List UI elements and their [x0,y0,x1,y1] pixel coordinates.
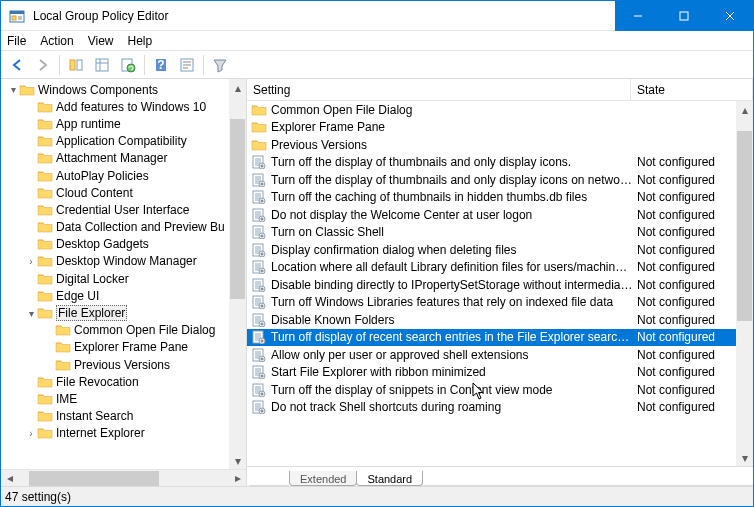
column-setting[interactable]: Setting [247,79,631,100]
tree-item[interactable]: Attachment Manager [1,150,246,167]
folder-icon [37,169,53,183]
tree-item[interactable]: Edge UI [1,287,246,304]
tree-item[interactable]: Data Collection and Preview Bu [1,219,246,236]
menu-help[interactable]: Help [128,34,153,48]
policy-icon [251,260,267,274]
maximize-button[interactable] [661,1,707,31]
tab-standard[interactable]: Standard [356,471,423,486]
row-state: Not configured [633,278,753,292]
list-row[interactable]: Do not track Shell shortcuts during roam… [247,399,753,417]
filter-button[interactable] [208,53,232,77]
tree-item[interactable]: IME [1,390,246,407]
list-row[interactable]: Explorer Frame Pane [247,119,753,137]
list-row[interactable]: Location where all default Library defin… [247,259,753,277]
minimize-button[interactable] [615,1,661,31]
menu-view[interactable]: View [88,34,114,48]
tree-item[interactable]: Cloud Content [1,184,246,201]
back-button[interactable] [5,53,29,77]
tree-item[interactable]: ›Desktop Window Manager [1,253,246,270]
tree-item-label: Internet Explorer [56,426,145,440]
tree-item[interactable]: Digital Locker [1,270,246,287]
tree-item[interactable]: Application Compatibility [1,133,246,150]
list-pane: Setting State Common Open File DialogExp… [247,79,753,486]
list-row[interactable]: Start File Explorer with ribbon minimize… [247,364,753,382]
list-row[interactable]: Previous Versions [247,136,753,154]
tree-item-label: Previous Versions [74,358,170,372]
folder-icon [19,83,35,97]
tree-item[interactable]: Desktop Gadgets [1,236,246,253]
titlebar[interactable]: Local Group Policy Editor [1,1,753,31]
row-state: Not configured [633,365,753,379]
tree-item[interactable]: ›Internet Explorer [1,425,246,442]
expander-icon[interactable]: › [25,428,37,439]
row-label: Turn off Windows Libraries features that… [271,295,633,309]
svg-rect-15 [70,60,75,70]
row-label: Turn off display of recent search entrie… [271,330,633,344]
folder-icon [55,340,71,354]
show-hide-tree-button[interactable] [64,53,88,77]
list-row[interactable]: Turn on Classic ShellNot configured [247,224,753,242]
list-row[interactable]: Disable Known FoldersNot configured [247,311,753,329]
row-state: Not configured [633,225,753,239]
list-row[interactable]: Do not display the Welcome Center at use… [247,206,753,224]
properties-icon[interactable] [175,53,199,77]
tree-item-label: Windows Components [38,83,158,97]
menu-file[interactable]: File [7,34,26,48]
expander-icon[interactable]: ▾ [25,308,37,319]
app-icon [9,8,25,24]
folder-icon [37,151,53,165]
tree-item[interactable]: File Revocation [1,373,246,390]
tree-item[interactable]: ▾File Explorer [1,304,246,321]
row-state: Not configured [633,155,753,169]
tree-item-label: Digital Locker [56,272,129,286]
list-row[interactable]: Allow only per user or approved shell ex… [247,346,753,364]
tab-extended[interactable]: Extended [289,471,357,486]
tree-horizontal-scrollbar[interactable]: ◂▸ [1,469,246,486]
list-row[interactable]: Turn off display of recent search entrie… [247,329,753,347]
list-row[interactable]: Turn off the display of snippets in Cont… [247,381,753,399]
tree-item-label: Application Compatibility [56,134,187,148]
tree-item[interactable]: Credential User Interface [1,201,246,218]
tree-item-label: App runtime [56,117,121,131]
tree-item[interactable]: Common Open File Dialog [1,322,246,339]
row-state: Not configured [633,190,753,204]
list-row[interactable]: Disable binding directly to IPropertySet… [247,276,753,294]
policy-icon [251,295,267,309]
folder-icon [55,323,71,337]
close-button[interactable] [707,1,753,31]
help-button[interactable]: ? [149,53,173,77]
forward-button[interactable] [31,53,55,77]
list-row[interactable]: Turn off the display of thumbnails and o… [247,154,753,172]
tree-vertical-scrollbar[interactable]: ▴▾ [229,79,246,469]
tree-item-label: Instant Search [56,409,133,423]
tree-item[interactable]: AutoPlay Policies [1,167,246,184]
list-header: Setting State [247,79,753,101]
folder-icon [251,103,267,117]
window-title: Local Group Policy Editor [33,9,615,23]
tree-item[interactable]: Instant Search [1,408,246,425]
view-options-button[interactable] [90,53,114,77]
list-row[interactable]: Turn off the display of thumbnails and o… [247,171,753,189]
list-row[interactable]: Turn off Windows Libraries features that… [247,294,753,312]
row-state: Not configured [633,330,753,344]
tabstrip: Extended Standard [247,466,753,486]
tree-item[interactable]: Add features to Windows 10 [1,98,246,115]
expander-icon[interactable]: › [25,256,37,267]
column-state[interactable]: State [631,79,753,100]
list-row[interactable]: Turn off the caching of thumbnails in hi… [247,189,753,207]
refresh-button[interactable] [116,53,140,77]
tree-item[interactable]: Explorer Frame Pane [1,339,246,356]
list-row[interactable]: Common Open File Dialog [247,101,753,119]
list-row[interactable]: Display confirmation dialog when deletin… [247,241,753,259]
tree-item[interactable]: ▾Windows Components [1,81,246,98]
menu-action[interactable]: Action [40,34,73,48]
tree-item[interactable]: Previous Versions [1,356,246,373]
policy-icon [251,400,267,414]
list-vertical-scrollbar[interactable]: ▴▾ [736,101,753,466]
tree-item-label: File Explorer [56,305,127,321]
tree-item-label: Common Open File Dialog [74,323,215,337]
expander-icon[interactable]: ▾ [7,84,19,95]
row-label: Allow only per user or approved shell ex… [271,348,633,362]
folder-icon [251,138,267,152]
tree-item[interactable]: App runtime [1,115,246,132]
